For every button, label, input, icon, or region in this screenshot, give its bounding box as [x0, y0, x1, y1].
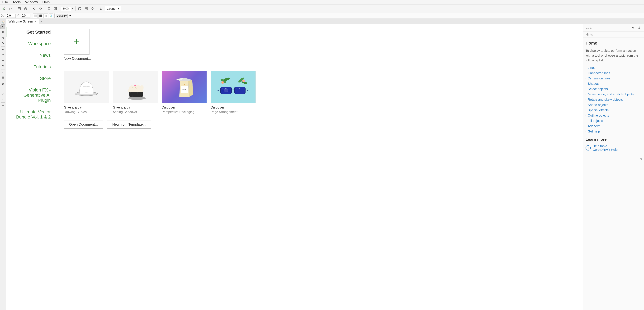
- zoom-tool-btn[interactable]: [0, 41, 5, 46]
- panel-link-move-scale[interactable]: Move, scale, and stretch objects: [586, 92, 642, 96]
- font-select[interactable]: Default: [56, 14, 68, 18]
- smart-draw-btn[interactable]: [0, 52, 5, 57]
- open-file-btn[interactable]: [8, 6, 14, 11]
- settings-btn[interactable]: ⚙: [98, 6, 104, 11]
- svg-text:★: ★: [186, 84, 187, 86]
- card-drawing-curves[interactable]: Give it a try Drawing Curves: [64, 71, 109, 114]
- svg-point-36: [3, 99, 4, 100]
- nav-ultimate-bundle[interactable]: Ultimate Vector Bundle Vol. 1 & 2: [6, 107, 57, 122]
- panel-learn-icon[interactable]: ?: [637, 25, 642, 30]
- panel-link-lines[interactable]: Lines: [586, 66, 642, 70]
- tool-sep-6: [1, 102, 5, 103]
- card-perspective-packaging[interactable]: MILK ★ ★ ★ Discover Perspective Packagin…: [162, 71, 207, 114]
- svg-point-25: [2, 42, 4, 44]
- card-page-arrangement[interactable]: Discover Page Arrangement: [210, 71, 256, 114]
- snap-btn[interactable]: [90, 6, 96, 11]
- mirror-btn[interactable]: ▥: [44, 13, 48, 18]
- panel-link-fill-objects[interactable]: Fill objects: [586, 119, 642, 123]
- right-panel-content: Home To display topics, perform an actio…: [583, 37, 644, 157]
- menu-window[interactable]: Window: [24, 0, 39, 5]
- nav-vision-fx[interactable]: Vision FX - Generative AI Plugin: [6, 85, 57, 106]
- zoom-flyout-btn[interactable]: ▾: [72, 6, 74, 11]
- rectangle-tool-btn[interactable]: [0, 59, 5, 63]
- eyedropper-btn[interactable]: [0, 92, 5, 97]
- import-btn[interactable]: [46, 6, 52, 11]
- launch-label: Launch: [107, 7, 117, 10]
- panel-link-shape-objects[interactable]: Shape objects: [586, 103, 642, 107]
- freehand-tool-btn[interactable]: [0, 47, 5, 52]
- svg-rect-27: [2, 60, 4, 62]
- text-tool-btn[interactable]: A: [0, 70, 5, 75]
- color-eyedropper-btn[interactable]: [0, 87, 5, 92]
- table-tool-btn[interactable]: [0, 75, 5, 80]
- bottom-buttons: Open Document... New from Template...: [64, 120, 576, 129]
- home-btn[interactable]: 🏠: [1, 20, 5, 24]
- svg-rect-15: [85, 9, 86, 10]
- nav-store[interactable]: Store: [6, 73, 57, 84]
- nav-get-started[interactable]: Get Started: [6, 27, 57, 37]
- card-image-hat: [64, 71, 109, 103]
- undo-btn[interactable]: [31, 6, 37, 11]
- panel-link-special-effects[interactable]: Special effects: [586, 108, 642, 112]
- scroll-down-arrow[interactable]: ▼: [640, 157, 643, 161]
- svg-marker-50: [188, 80, 193, 97]
- panel-coreldraw-help-label[interactable]: CorelDRAW Help: [593, 148, 618, 152]
- panel-help-topic-label[interactable]: Help topic: [593, 144, 618, 148]
- blend-tool-btn[interactable]: [0, 97, 5, 102]
- nav-news[interactable]: News: [6, 50, 57, 60]
- fit-page-btn[interactable]: [77, 6, 82, 11]
- add-tool-btn[interactable]: [0, 103, 5, 108]
- welcome-tab[interactable]: Welcome Screen ✕: [6, 19, 39, 24]
- open-document-btn[interactable]: Open Document...: [64, 120, 103, 129]
- save-btn[interactable]: [16, 6, 22, 11]
- svg-line-74: [245, 90, 248, 91]
- tab-bar: 🏠 Welcome Screen ✕ +: [0, 19, 644, 24]
- toolbar-sep-5: [75, 6, 76, 11]
- panel-link-rotate-skew[interactable]: Rotate and skew objects: [586, 98, 642, 101]
- nav-tutorials-label: Tutorials: [34, 64, 51, 69]
- grid-btn[interactable]: [83, 6, 89, 11]
- redo-btn[interactable]: [38, 6, 44, 11]
- panel-link-get-help[interactable]: Get help: [586, 130, 642, 133]
- panel-help-item-0[interactable]: i Help topic CorelDRAW Help: [586, 144, 642, 152]
- tool-sep-2: [1, 46, 5, 47]
- ellipse-tool-btn[interactable]: [0, 64, 5, 69]
- right-panel-title: Learn: [586, 25, 594, 30]
- new-file-btn[interactable]: +: [1, 6, 7, 11]
- panel-link-add-text[interactable]: Add text: [586, 124, 642, 128]
- panel-link-shapes[interactable]: Shapes: [586, 82, 642, 86]
- publish-btn[interactable]: PDF: [23, 6, 28, 11]
- panel-cursor-icon[interactable]: [631, 25, 636, 30]
- add-tab-btn[interactable]: +: [39, 19, 44, 24]
- nav-workspace[interactable]: Workspace: [6, 39, 57, 49]
- lock-proportions-btn[interactable]: ⬜: [33, 13, 38, 18]
- new-document-btn[interactable]: +: [64, 29, 90, 55]
- fill-tool-btn[interactable]: [0, 82, 5, 86]
- add-prop-btn[interactable]: +: [68, 14, 72, 18]
- zoom-input[interactable]: 100%: [61, 6, 71, 11]
- transform-btn[interactable]: ⬛: [38, 13, 43, 18]
- card-adding-shadows[interactable]: Give it a try Adding Shadows: [113, 71, 158, 114]
- y-input[interactable]: [21, 14, 30, 18]
- tool-sep-5: [1, 81, 5, 81]
- menu-tools[interactable]: Tools: [12, 0, 22, 5]
- nav-news-label: News: [40, 53, 51, 58]
- menu-file[interactable]: File: [1, 0, 9, 5]
- chart-btn[interactable]: 📊: [48, 13, 53, 18]
- panel-link-outline-objects[interactable]: Outline objects: [586, 114, 642, 117]
- panel-link-connector-lines[interactable]: Connector lines: [586, 71, 642, 75]
- crop-tool-btn[interactable]: [0, 36, 5, 41]
- right-panel: Learn ? Hints Home To display topics, pe…: [583, 24, 644, 310]
- nav-tutorials[interactable]: Tutorials: [6, 62, 57, 72]
- x-input[interactable]: [6, 14, 16, 18]
- launch-btn[interactable]: Launch ▾: [105, 6, 121, 11]
- node-tool-btn[interactable]: [0, 30, 5, 34]
- menu-help[interactable]: Help: [42, 0, 50, 5]
- card-image-milk: MILK ★ ★ ★: [162, 71, 207, 103]
- panel-link-dimension-lines[interactable]: Dimension lines: [586, 77, 642, 80]
- export-btn[interactable]: [53, 6, 58, 11]
- new-from-template-btn[interactable]: New from Template...: [107, 120, 151, 129]
- select-tool-btn[interactable]: [0, 24, 5, 29]
- panel-link-select-objects[interactable]: Select objects: [586, 87, 642, 91]
- welcome-tab-close[interactable]: ✕: [34, 20, 36, 23]
